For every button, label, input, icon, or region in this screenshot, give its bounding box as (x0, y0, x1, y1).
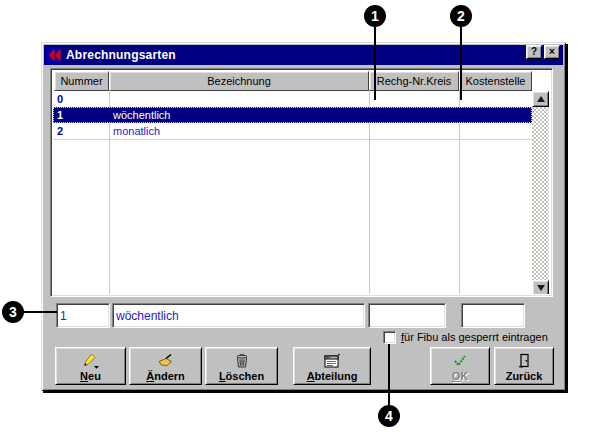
scrollbar-up-button[interactable] (532, 91, 549, 107)
loeschen-button[interactable]: Löschen (205, 347, 278, 385)
cell-bezeichnung: monatlich (113, 123, 160, 139)
table-row-2[interactable]: 2 monatlich (53, 123, 532, 139)
door-icon (516, 353, 532, 370)
grid-line (53, 139, 532, 140)
title-bar[interactable]: Abrechnungsarten (44, 45, 563, 65)
help-button[interactable]: ? (526, 45, 542, 59)
ok-label: OK (452, 371, 469, 382)
pencil-icon (82, 353, 100, 370)
abteilung-button[interactable]: Abteilung (293, 347, 371, 385)
column-header-bezeichnung[interactable]: Bezeichnung (109, 71, 369, 91)
loeschen-label: Löschen (219, 371, 264, 382)
column-header-rechg-nr-kreis[interactable]: Rechg-Nr.Kreis (369, 71, 459, 91)
abrechnungsarten-table: Nummer Bezeichnung Rechg-Nr.Kreis Kosten… (50, 68, 553, 297)
form-window-icon (323, 353, 341, 370)
scroll-down-icon (537, 285, 545, 291)
aendern-label: Ändern (146, 371, 185, 382)
cell-bezeichnung: wöchentlich (113, 107, 170, 123)
trash-icon (234, 353, 250, 370)
column-header-kostenstelle[interactable]: Kostenstelle (459, 71, 532, 91)
ok-button[interactable]: OK (430, 347, 490, 385)
scrollbar-track[interactable] (532, 107, 549, 280)
fibu-gesperrt-label: für Fibu als gesperrt eintragen (401, 330, 548, 344)
callout-line-4 (388, 344, 390, 405)
neu-label: Neu (80, 371, 101, 382)
screenshot-canvas: 1 2 3 4 Abrechnungsarten ? × Nummer Beze… (0, 0, 610, 432)
window-title: Abrechnungsarten (66, 48, 176, 62)
close-button[interactable]: × (544, 45, 560, 59)
neu-button[interactable]: Neu (55, 347, 126, 385)
cell-nummer: 1 (57, 107, 63, 123)
callout-line-1 (374, 26, 376, 100)
rechg-nr-kreis-field[interactable] (368, 303, 446, 328)
callout-marker-1: 1 (364, 5, 386, 27)
callout-marker-3: 3 (2, 301, 24, 323)
scrollbar-down-button[interactable] (532, 280, 549, 294)
table-row-1-selected[interactable]: 1 wöchentlich (53, 107, 532, 123)
table-body: Nummer Bezeichnung Rechg-Nr.Kreis Kosten… (53, 71, 550, 294)
abteilung-label: Abteilung (307, 371, 358, 382)
fibu-gesperrt-checkbox[interactable] (383, 331, 396, 344)
app-icon (46, 47, 62, 63)
cell-nummer: 0 (57, 91, 63, 107)
check-icon (452, 353, 468, 370)
callout-marker-2: 2 (450, 5, 472, 27)
callout-line-2 (460, 26, 462, 100)
cell-nummer: 2 (57, 123, 63, 139)
bezeichnung-field[interactable] (112, 303, 365, 328)
hand-pen-icon (157, 353, 175, 370)
kostenstelle-field[interactable] (461, 303, 525, 328)
aendern-button[interactable]: Ändern (129, 347, 202, 385)
zurueck-label: Zurück (506, 371, 543, 382)
column-header-nummer[interactable]: Nummer (54, 71, 109, 91)
nummer-field[interactable] (56, 303, 110, 328)
zurueck-button[interactable]: Zurück (494, 347, 554, 385)
callout-marker-4: 4 (378, 405, 400, 427)
dialog-abrechnungsarten: Abrechnungsarten ? × Nummer Bezeichnung … (41, 42, 566, 391)
callout-line-3 (23, 311, 57, 313)
scroll-up-icon (537, 96, 545, 102)
